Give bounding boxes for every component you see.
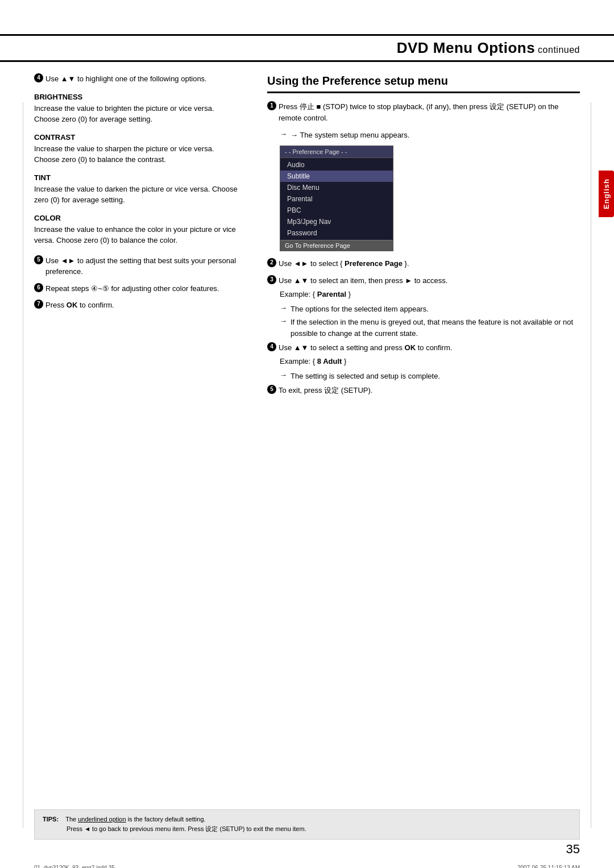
arrow-icon-4: → bbox=[280, 371, 287, 379]
step7-num: 7 bbox=[34, 300, 43, 309]
step1-arrow-line: → → The system setup menu appears. bbox=[280, 130, 580, 141]
rcol-step3-text: Use ▲▼ to select an item, then press ► t… bbox=[279, 275, 447, 286]
submenu-container: - - Preference Page - - Audio Subtitle D… bbox=[280, 146, 580, 251]
submenu-item-password[interactable]: Password bbox=[280, 227, 393, 239]
step6-text: Repeat steps ④~⑤ for adjusting other col… bbox=[45, 283, 219, 294]
step4-arrow-text: The setting is selected and setup is com… bbox=[291, 371, 440, 382]
step4-text: Use ▲▼ to highlight one of the following… bbox=[45, 73, 207, 85]
rcol-step4-text: Use ▲▼ to select a setting and press OK … bbox=[279, 342, 452, 354]
step4-arrow-block: → The setting is selected and setup is c… bbox=[280, 371, 580, 382]
page-number: 35 bbox=[566, 842, 580, 857]
rcol-step5-num: 5 bbox=[267, 385, 276, 394]
brightness-heading: BRIGHTNESS bbox=[34, 93, 239, 101]
language-tab: English bbox=[599, 171, 614, 217]
left-step-6: 6 Repeat steps ④~⑤ for adjusting other c… bbox=[34, 283, 239, 294]
rcol-step1-text: Press 停止 ■ (STOP) twice to stop playback… bbox=[279, 101, 580, 124]
rcol-step-2: 2 Use ◄► to select { Preference Page }. bbox=[267, 258, 580, 269]
rcol-step2-text: Use ◄► to select { Preference Page }. bbox=[279, 258, 409, 269]
step3-arrow-line-1: → The options for the selected item appe… bbox=[280, 304, 580, 315]
rcol-step3-num: 3 bbox=[267, 275, 276, 284]
rcol-step4-num: 4 bbox=[267, 342, 276, 351]
margin-line-right bbox=[591, 102, 591, 828]
arrow-icon-1: → bbox=[280, 130, 287, 138]
step3-arrow-line-2: → If the selection in the menu is greyed… bbox=[280, 317, 580, 339]
rcol-step5-text: To exit, press 设定 (SETUP). bbox=[279, 385, 372, 396]
step4-num: 4 bbox=[34, 73, 43, 82]
contrast-heading: CONTRAST bbox=[34, 133, 239, 142]
submenu-box: - - Preference Page - - Audio Subtitle D… bbox=[280, 146, 393, 251]
section-heading: Using the Preference setup menu bbox=[267, 73, 580, 93]
left-step-5: 5 Use ◄► to adjust the setting that best… bbox=[34, 255, 239, 277]
step1-arrow-text: → The system setup menu appears. bbox=[291, 130, 409, 141]
tint-heading: TINT bbox=[34, 173, 239, 182]
left-step-4: 4 Use ▲▼ to highlight one of the followi… bbox=[34, 73, 239, 85]
step3-arrow-text-2: If the selection in the menu is greyed o… bbox=[291, 317, 580, 339]
rcol-step-5: 5 To exit, press 设定 (SETUP). bbox=[267, 385, 580, 396]
main-content: 4 Use ▲▼ to highlight one of the followi… bbox=[0, 73, 614, 402]
submenu-items: Audio Subtitle Disc Menu Parental PBC Mp… bbox=[280, 158, 393, 240]
rcol-step-4: 4 Use ▲▼ to select a setting and press O… bbox=[267, 342, 580, 354]
rcol-step-3: 3 Use ▲▼ to select an item, then press ►… bbox=[267, 275, 580, 286]
doc-footer: 01_dvp3120K_93_eng2.indd 35 2007-06-25 1… bbox=[34, 865, 580, 868]
step5-text: Use ◄► to adjust the setting that best s… bbox=[45, 255, 239, 277]
margin-line-left bbox=[23, 102, 23, 828]
color-text: Increase the value to enhance the color … bbox=[34, 224, 239, 246]
page-title: DVD Menu Options continued bbox=[34, 39, 580, 57]
submenu-title: - - Preference Page - - bbox=[280, 146, 393, 158]
arrow-icon-3: → bbox=[280, 317, 287, 325]
step3-arrow-block: → The options for the selected item appe… bbox=[280, 304, 580, 339]
submenu-item-pbc[interactable]: PBC bbox=[280, 205, 393, 216]
submenu-item-audio[interactable]: Audio bbox=[280, 159, 393, 171]
right-column: Using the Preference setup menu 1 Press … bbox=[256, 73, 580, 402]
contrast-text: Increase the value to sharpen the pictur… bbox=[34, 143, 239, 165]
title-bar: DVD Menu Options continued bbox=[0, 34, 614, 62]
brightness-text: Increase the value to brighten the pictu… bbox=[34, 103, 239, 125]
submenu-item-discmenu[interactable]: Disc Menu bbox=[280, 182, 393, 193]
submenu-footer: Go To Preference Page bbox=[280, 240, 393, 251]
tips-label: TIPS: bbox=[43, 816, 59, 823]
arrow-icon-2: → bbox=[280, 304, 287, 312]
step5-num: 5 bbox=[34, 255, 43, 264]
step4-arrow-line: → The setting is selected and setup is c… bbox=[280, 371, 580, 382]
doc-footer-left: 01_dvp3120K_93_eng2.indd 35 bbox=[34, 865, 115, 868]
left-step-7: 7 Press OK to confirm. bbox=[34, 300, 239, 311]
submenu-item-subtitle[interactable]: Subtitle bbox=[280, 171, 393, 182]
step1-arrow-block: → → The system setup menu appears. bbox=[280, 130, 580, 141]
submenu-item-parental[interactable]: Parental bbox=[280, 193, 393, 205]
step3-example: Example: { Parental } bbox=[280, 289, 580, 300]
tips-line1: The underlined option is the factory def… bbox=[65, 816, 205, 823]
left-column: 4 Use ▲▼ to highlight one of the followi… bbox=[34, 73, 256, 402]
doc-footer-right: 2007-06-25 11:15:13 AM bbox=[517, 865, 580, 868]
step3-arrow-text-1: The options for the selected item appear… bbox=[291, 304, 429, 315]
tips-line2: Press ◄ to go back to previous menu item… bbox=[67, 825, 306, 832]
step7-text: Press OK to confirm. bbox=[45, 300, 114, 311]
tint-text: Increase the value to darken the picture… bbox=[34, 184, 239, 206]
tips-bar: TIPS: The underlined option is the facto… bbox=[34, 809, 580, 840]
rcol-step-1: 1 Press 停止 ■ (STOP) twice to stop playba… bbox=[267, 101, 580, 124]
rcol-step2-num: 2 bbox=[267, 258, 276, 267]
color-heading: COLOR bbox=[34, 214, 239, 222]
rcol-step1-num: 1 bbox=[267, 101, 276, 110]
step6-num: 6 bbox=[34, 283, 43, 292]
page: English DVD Menu Options continued 4 Use… bbox=[0, 34, 614, 868]
submenu-item-mp3jpeg[interactable]: Mp3/Jpeg Nav bbox=[280, 216, 393, 227]
step4-example: Example: { 8 Adult } bbox=[280, 356, 580, 367]
